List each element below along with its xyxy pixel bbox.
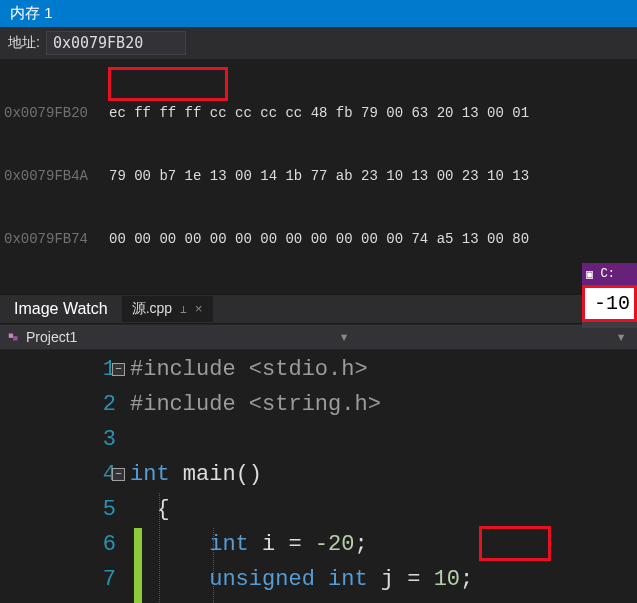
scope-icon (6, 329, 22, 345)
tab-source-cpp[interactable]: 源.cpp ⟂ × (122, 296, 213, 322)
fold-toggle-icon[interactable] (112, 363, 125, 376)
memory-addr: 0x0079FB74 (4, 229, 109, 250)
memory-addr: 0x0079FB20 (4, 103, 109, 124)
indent-guide (159, 493, 160, 603)
chevron-down-icon[interactable]: ▾ (611, 327, 631, 347)
code-line (130, 422, 637, 457)
memory-row: 0x0079FB7400 00 00 00 00 00 00 00 00 00 … (4, 229, 633, 250)
code-line: { (130, 492, 637, 527)
memory-row: 0x0079FB4A79 00 b7 1e 13 00 14 1b 77 ab … (4, 166, 633, 187)
tooltip-scrollbar[interactable] (582, 322, 637, 328)
memory-panel-title: 内存 1 (0, 0, 637, 27)
chevron-down-icon[interactable]: ▾ (334, 327, 354, 347)
code-line: #include <string.h> (130, 387, 637, 422)
tooltip-value: -10 (582, 285, 637, 322)
svg-rect-1 (13, 336, 17, 340)
value-tooltip: ▣ C: -10 (582, 263, 637, 328)
image-watch-title: Image Watch (0, 300, 122, 318)
code-line: #include <stdio.h> (130, 352, 637, 387)
close-icon[interactable]: × (195, 302, 203, 317)
code-line: printf("%d\n", i + j); (130, 597, 637, 603)
memory-addr: 0x0079FB4A (4, 166, 109, 187)
code-line: unsigned int j = 10; (130, 562, 637, 597)
memory-hex: 00 00 00 00 00 00 00 00 00 00 00 00 74 a… (109, 229, 529, 250)
console-icon: ▣ (586, 267, 593, 282)
memory-hex: ec ff ff ff cc cc cc cc 48 fb 79 00 63 2… (109, 103, 529, 124)
pin-icon[interactable]: ⟂ (180, 303, 187, 316)
memory-row: 0x0079FB20ec ff ff ff cc cc cc cc 48 fb … (4, 103, 633, 124)
tab-label: 源.cpp (132, 300, 172, 318)
svg-rect-0 (9, 334, 13, 338)
code-line: int main() (130, 457, 637, 492)
code-line: int i = -20; (130, 527, 637, 562)
indent-guide (213, 528, 214, 603)
code-editor[interactable]: 1 2 3 4 5 6 7 8 9 10 11 #include <stdio.… (0, 350, 637, 603)
address-input[interactable] (46, 31, 186, 55)
memory-hex-view[interactable]: 0x0079FB20ec ff ff ff cc cc cc cc 48 fb … (0, 59, 637, 294)
project-selector[interactable]: Project1 (26, 329, 77, 345)
memory-hex: 79 00 b7 1e 13 00 14 1b 77 ab 23 10 13 0… (109, 166, 529, 187)
fold-toggle-icon[interactable] (112, 468, 125, 481)
address-label: 地址: (8, 34, 40, 52)
